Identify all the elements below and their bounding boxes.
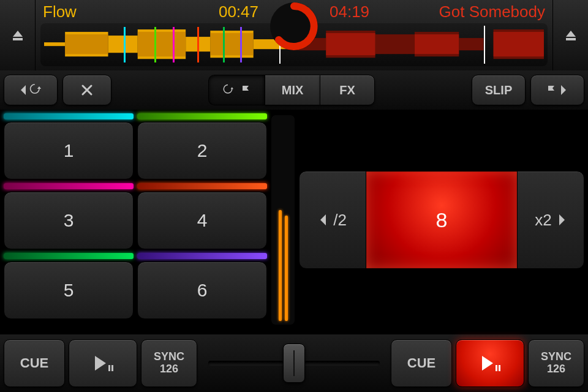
eject-deck-b-button[interactable] — [552, 0, 588, 70]
deck-a-track-title: Flow — [43, 2, 219, 21]
chevron-right-icon — [558, 213, 567, 227]
tab-mix[interactable]: MIX — [265, 75, 320, 105]
svg-rect-8 — [138, 32, 186, 56]
svg-rect-18 — [494, 32, 544, 56]
tab-fx[interactable]: FX — [320, 75, 375, 105]
mode-tabs: MIX FX — [208, 75, 375, 105]
slip-button[interactable]: SLIP — [472, 75, 526, 105]
loop-halve-label: /2 — [333, 211, 347, 230]
center-dial[interactable] — [269, 1, 319, 51]
pad-color-bar — [4, 113, 134, 119]
flag-icon — [241, 85, 252, 96]
svg-rect-22 — [496, 365, 497, 371]
pad-color-bar — [4, 183, 134, 189]
svg-rect-23 — [499, 365, 500, 371]
loop-double-label: x2 — [535, 211, 551, 230]
hotcue-pads: 1 2 3 4 5 6 — [4, 110, 267, 330]
chevron-left-icon — [318, 213, 327, 227]
sync-label: SYNC — [154, 351, 184, 363]
loop-icon — [222, 84, 237, 96]
loop-halve-button[interactable]: /2 — [299, 171, 366, 269]
flag-icon — [546, 85, 557, 96]
prev-loop-button[interactable] — [4, 75, 58, 105]
deck-a-bpm: 126 — [160, 363, 178, 375]
eject-icon — [12, 30, 24, 41]
loop-size-selector: /2 8 x2 — [299, 171, 584, 269]
svg-rect-21 — [111, 365, 113, 371]
pad-color-bar — [137, 113, 267, 119]
loop-double-button[interactable]: x2 — [517, 171, 584, 269]
svg-rect-9 — [210, 33, 253, 55]
sync-label: SYNC — [541, 351, 571, 363]
waveform-b-graphic — [298, 26, 544, 62]
pad-color-bar — [137, 253, 267, 259]
chevron-right-icon — [560, 84, 568, 96]
deck-b-time: 04:19 — [330, 2, 369, 21]
tab-loop-cue[interactable] — [208, 75, 265, 105]
hotcue-pad-5[interactable]: 5 — [4, 262, 134, 319]
deck-a-cue-button[interactable]: CUE — [4, 339, 65, 387]
eject-icon — [565, 30, 577, 41]
close-loop-button[interactable] — [62, 75, 111, 105]
pad-color-bar — [137, 183, 267, 189]
deck-b-waveform[interactable] — [294, 23, 548, 66]
chevron-left-icon — [18, 84, 27, 96]
next-cue-button[interactable] — [530, 75, 584, 105]
svg-rect-17 — [415, 34, 459, 54]
deck-b-sync-button[interactable]: SYNC 126 — [528, 339, 584, 387]
deck-a-time: 00:47 — [219, 2, 258, 21]
deck-a-waveform[interactable] — [40, 23, 294, 66]
deck-b-cue-button[interactable]: CUE — [391, 339, 452, 387]
close-icon — [81, 84, 93, 96]
svg-rect-16 — [326, 33, 375, 55]
svg-rect-2 — [108, 36, 138, 53]
eject-deck-a-button[interactable] — [0, 0, 36, 70]
play-pause-icon — [480, 354, 500, 372]
hotcue-pad-1[interactable]: 1 — [4, 122, 134, 179]
loop-icon — [29, 84, 43, 96]
hotcue-pad-4[interactable]: 4 — [137, 192, 267, 249]
deck-a-play-button[interactable] — [69, 339, 137, 387]
vu-meter — [271, 115, 295, 325]
svg-rect-0 — [44, 42, 65, 46]
play-pause-icon — [92, 354, 113, 372]
deck-a-sync-button[interactable]: SYNC 126 — [141, 339, 197, 387]
crossfader[interactable] — [201, 339, 387, 387]
crossfader-handle[interactable] — [283, 344, 305, 383]
hotcue-pad-6[interactable]: 6 — [137, 262, 267, 319]
svg-rect-20 — [108, 365, 110, 371]
pad-color-bar — [4, 253, 134, 259]
deck-b-play-button[interactable] — [456, 339, 524, 387]
deck-b-bpm: 126 — [547, 363, 565, 375]
loop-size-display[interactable]: 8 — [366, 171, 517, 269]
svg-rect-7 — [65, 34, 108, 54]
hotcue-pad-3[interactable]: 3 — [4, 192, 134, 249]
waveform-a-graphic — [44, 26, 290, 62]
svg-rect-12 — [375, 34, 415, 54]
deck-b-track-title: Got Somebody — [369, 2, 545, 21]
svg-rect-14 — [459, 38, 483, 50]
hotcue-pad-2[interactable]: 2 — [137, 122, 267, 179]
